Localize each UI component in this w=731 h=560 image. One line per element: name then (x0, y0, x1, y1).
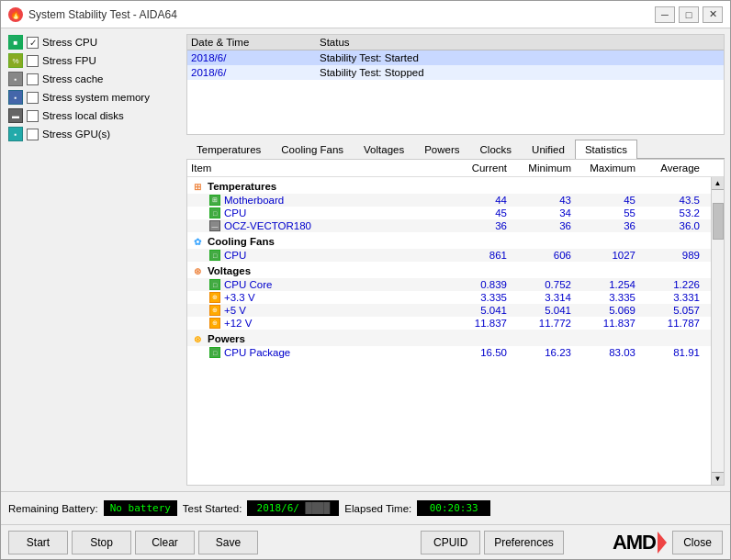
amd-arrow-icon (658, 532, 667, 554)
close-button[interactable]: Close (672, 531, 723, 554)
mb-icon: ⊞ (209, 195, 220, 206)
volt-section-icon: ⊛ (191, 264, 204, 277)
main-content: ■ Stress CPU % Stress FPU ▪ Stress cache… (1, 28, 730, 491)
window-close-button[interactable]: ✕ (703, 6, 723, 23)
stats-group-cooling-fans: ✿ Cooling Fans (187, 232, 711, 249)
stats-header-average: Average (643, 162, 707, 174)
stress-memory-label: Stress system memory (42, 92, 150, 103)
stats-group-temperatures: ⊞ Temperatures (187, 177, 711, 194)
cpu-core-icon: □ (209, 279, 220, 290)
stats-row-cpu-package: □ CPU Package 16.50 16.23 83.03 81.91 (187, 346, 711, 359)
app-icon: 🔥 (8, 7, 23, 22)
stress-disk-checkbox[interactable] (27, 110, 39, 122)
pow-section-icon: ⊛ (191, 332, 204, 345)
test-started-value: 2018/6/ ████ (247, 500, 339, 516)
scroll-up-arrow[interactable]: ▲ (712, 177, 725, 190)
fan-cpu-icon: □ (209, 250, 220, 261)
log-datetime-1: 2018/6/ (191, 52, 320, 63)
tab-temperatures[interactable]: Temperatures (186, 140, 271, 159)
ocz-icon: — (209, 220, 220, 231)
stats-row-3v3: ⊕ +3.3 V 3.335 3.314 3.335 3.331 (187, 291, 711, 304)
battery-label: Remaining Battery: (8, 503, 98, 514)
elapsed-label: Elapsed Time: (344, 503, 411, 514)
12v-icon: ⊕ (209, 318, 220, 329)
stats-row-motherboard: ⊞ Motherboard 44 43 45 43.5 (187, 194, 711, 207)
log-status-2: Stability Test: Stopped (320, 67, 720, 78)
tabs-bar: Temperatures Cooling Fans Voltages Power… (186, 139, 725, 159)
window-title: System Stability Test - AIDA64 (28, 8, 655, 21)
stress-fpu-checkbox[interactable] (27, 55, 39, 67)
stats-scrollbar[interactable]: ▲ ▼ (711, 177, 724, 485)
fan-section-icon: ✿ (191, 235, 204, 248)
tab-cooling-fans[interactable]: Cooling Fans (271, 140, 354, 159)
elapsed-value: 00:20:33 (417, 500, 490, 516)
stress-cpu-item: ■ Stress CPU (6, 34, 181, 50)
stats-row-12v: ⊕ +12 V 11.837 11.772 11.837 11.787 (187, 317, 711, 330)
stats-table-header: Item Current Minimum Maximum Average (187, 160, 724, 177)
stats-body[interactable]: ⊞ Temperatures ⊞ Mother (187, 177, 711, 485)
stress-memory-icon: ▪ (8, 90, 23, 105)
5v-icon: ⊕ (209, 305, 220, 316)
tab-unified[interactable]: Unified (522, 140, 575, 159)
save-button[interactable]: Save (198, 531, 258, 554)
log-header-datetime: Date & Time (191, 37, 320, 48)
clear-button[interactable]: Clear (135, 531, 195, 554)
stress-gpu-item: ▪ Stress GPU(s) (6, 126, 181, 142)
stress-disk-label: Stress local disks (42, 110, 124, 121)
test-started-label: Test Started: (183, 503, 242, 514)
scrollbar-thumb[interactable] (713, 203, 724, 240)
stress-cache-checkbox[interactable] (27, 73, 39, 85)
cpu-temp-icon: □ (209, 207, 220, 218)
status-bar: Remaining Battery: No battery Test Start… (1, 491, 730, 524)
stress-fpu-icon: % (8, 53, 23, 68)
amd-logo: AMD (613, 531, 667, 554)
stress-cache-item: ▪ Stress cache (6, 71, 181, 87)
stats-group-powers: ⊛ Powers (187, 330, 711, 346)
stress-cpu-icon: ■ (8, 35, 23, 50)
stress-fpu-label: Stress FPU (42, 55, 96, 66)
stats-header-minimum: Minimum (514, 162, 579, 174)
amd-text: AMD (613, 531, 656, 554)
preferences-button[interactable]: Preferences (484, 531, 564, 554)
stats-row-cpu-temp: □ CPU 45 34 55 53.2 (187, 207, 711, 219)
stats-header-maximum: Maximum (579, 162, 643, 174)
log-datetime-2: 2018/6/ (191, 67, 320, 78)
bottom-bar: Start Stop Clear Save CPUID Preferences … (1, 524, 730, 559)
start-button[interactable]: Start (8, 531, 68, 554)
stress-cache-icon: ▪ (8, 72, 23, 86)
cpuid-button[interactable]: CPUID (421, 531, 480, 554)
temp-section-icon: ⊞ (191, 180, 204, 193)
tab-powers[interactable]: Powers (414, 140, 469, 159)
stress-gpu-label: Stress GPU(s) (42, 129, 110, 140)
left-panel: ■ Stress CPU % Stress FPU ▪ Stress cache… (6, 34, 181, 486)
log-row: 2018/6/ Stability Test: Started (187, 50, 724, 65)
scroll-down-arrow[interactable]: ▼ (712, 472, 725, 485)
stats-header-item: Item (191, 162, 450, 174)
stats-row-fan-cpu: □ CPU 861 606 1027 989 (187, 249, 711, 262)
main-window: 🔥 System Stability Test - AIDA64 ─ □ ✕ ■… (0, 0, 731, 560)
stress-fpu-item: % Stress FPU (6, 52, 181, 69)
stress-disk-icon: ▬ (8, 108, 23, 123)
stress-cpu-checkbox[interactable] (27, 37, 39, 49)
log-table: Date & Time Status 2018/6/ Stability Tes… (186, 34, 725, 135)
battery-value: No battery (104, 500, 177, 516)
stress-memory-item: ▪ Stress system memory (6, 89, 181, 106)
stats-row-cpu-core: □ CPU Core 0.839 0.752 1.254 1.226 (187, 278, 711, 291)
stats-group-voltages: ⊛ Voltages (187, 262, 711, 278)
title-controls: ─ □ ✕ (655, 6, 723, 23)
stress-cache-label: Stress cache (42, 73, 103, 84)
stats-row-5v: ⊕ +5 V 5.041 5.041 5.069 5.057 (187, 304, 711, 317)
stop-button[interactable]: Stop (72, 531, 131, 554)
stats-header-current: Current (450, 162, 514, 174)
minimize-button[interactable]: ─ (655, 6, 675, 23)
log-header-status: Status (320, 37, 720, 48)
tab-clocks[interactable]: Clocks (470, 140, 523, 159)
stress-cpu-label: Stress CPU (42, 37, 97, 48)
cpu-package-icon: □ (209, 347, 220, 358)
stress-disk-item: ▬ Stress local disks (6, 107, 181, 124)
tab-voltages[interactable]: Voltages (354, 140, 414, 159)
stress-memory-checkbox[interactable] (27, 92, 39, 104)
stress-gpu-checkbox[interactable] (27, 129, 39, 140)
tab-statistics[interactable]: Statistics (575, 140, 637, 159)
maximize-button[interactable]: □ (679, 6, 699, 23)
